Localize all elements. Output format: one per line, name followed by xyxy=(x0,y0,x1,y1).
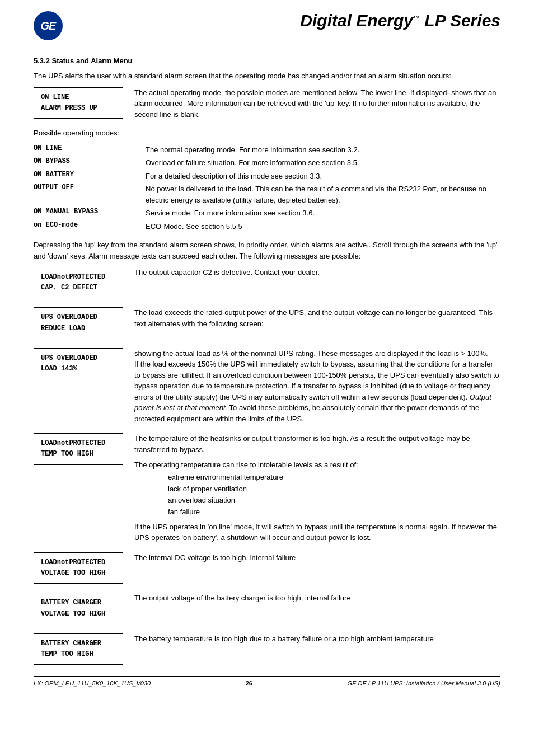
mode-key-output-off: OUTPUT OFF xyxy=(34,184,146,205)
alarm-box-overloaded-load: UPS OVERLOADED LOAD 143% xyxy=(34,348,123,379)
alarm-box-battery-charger-voltage: BATTERY CHARGER VOLTAGE TOO HIGH xyxy=(34,593,123,624)
alarm-box-voltage-too-high: LOADnotPROTECTED VOLTAGE TOO HIGH xyxy=(34,552,123,584)
mode-val-output-off: No power is delivered to the load. This … xyxy=(146,184,500,205)
logo-text: GE xyxy=(41,20,56,32)
alarm-temp-extra: The operating temperature can rise to in… xyxy=(134,459,500,471)
mode-key-bypass: ON BYPASS xyxy=(34,157,146,168)
alarm-battery-charger-temp: BATTERY CHARGER TEMP TOO HIGH The batter… xyxy=(34,633,500,665)
mode-key-battery: ON BATTERY xyxy=(34,171,146,182)
alarm-desc-battery-charger-voltage: The output voltage of the battery charge… xyxy=(134,593,500,604)
section-title: 5.3.2 Status and Alarm Menu xyxy=(34,57,500,65)
mode-key-manual-bypass: ON MANUAL BYPASS xyxy=(34,208,146,219)
brand-title: Digital Energy™ LP Series xyxy=(300,11,500,30)
mode-row-output-off: OUTPUT OFF No power is delivered to the … xyxy=(34,184,500,205)
alarm-intro: Depressing the 'up' key from the standar… xyxy=(34,240,500,261)
intro-alarm-box: ON LINE ALARM PRESS UP xyxy=(34,87,123,119)
page: GE Digital Energy™ LP Series 5.3.2 Statu… xyxy=(0,0,534,756)
series-name: LP Series xyxy=(420,11,500,30)
footer-right: GE DE LP 11U UPS: Installation / User Ma… xyxy=(348,680,500,687)
mode-val-manual-bypass: Service mode. For more information see s… xyxy=(146,208,500,219)
intro-paragraph: The UPS alerts the user with a standard … xyxy=(34,71,500,82)
mode-key-online: ON LINE xyxy=(34,144,146,156)
ge-logo: GE xyxy=(34,11,63,40)
mode-val-bypass: Overload or failure situation. For more … xyxy=(146,157,500,168)
bullet-ventilation: lack of proper ventilation xyxy=(168,483,500,495)
alarm-desc-voltage-too-high: The internal DC voltage is too high, int… xyxy=(134,552,500,564)
alarm-desc-battery-charger-temp: The battery temperature is too high due … xyxy=(134,633,500,645)
alarm-box-overloaded-reduce: UPS OVERLOADED REDUCE LOAD xyxy=(34,307,123,339)
footer-page-number: 26 xyxy=(246,680,252,687)
alarm-box-battery-charger-temp: BATTERY CHARGER TEMP TOO HIGH xyxy=(34,633,123,665)
mode-val-eco: ECO-Mode. See section 5.5.5 xyxy=(146,221,500,232)
bullet-fan-failure: fan failure xyxy=(168,506,500,518)
alarm-box-cap-defect: LOADnotPROTECTED CAP. C2 DEFECT xyxy=(34,267,123,298)
mode-row-manual-bypass: ON MANUAL BYPASS Service mode. For more … xyxy=(34,208,500,219)
alarm-temp-tail: If the UPS operates in 'on line' mode, i… xyxy=(134,522,500,543)
alarm-cap-defect: LOADnotPROTECTED CAP. C2 DEFECT The outp… xyxy=(34,267,500,298)
brand-name: Digital Energy xyxy=(300,11,413,30)
alarm-desc-overloaded-reduce: The load exceeds the rated output power … xyxy=(134,307,500,329)
mode-row-online: ON LINE The normal operating mode. For m… xyxy=(34,144,500,156)
mode-val-online: The normal operating mode. For more info… xyxy=(146,144,500,156)
alarm-battery-charger-voltage: BATTERY CHARGER VOLTAGE TOO HIGH The out… xyxy=(34,593,500,624)
mode-row-battery: ON BATTERY For a detailed description of… xyxy=(34,171,500,182)
alarm-temp-too-high: LOADnotPROTECTED TEMP TOO HIGH The tempe… xyxy=(34,433,500,543)
trademark: ™ xyxy=(413,14,420,22)
intro-alarm-layout: ON LINE ALARM PRESS UP The actual operat… xyxy=(34,87,500,120)
footer-left: LX: OPM_LPU_11U_5K0_10K_1US_V030 xyxy=(34,680,151,687)
alarm-temp-main: The temperature of the heatsinks or outp… xyxy=(134,433,500,455)
intro-alarm-desc: The actual operating mode, the possible … xyxy=(134,87,500,120)
alarm-desc-overloaded-load: showing the actual load as % of the nomi… xyxy=(134,348,500,425)
alarm-desc-cap-defect: The output capacitor C2 is defective. Co… xyxy=(134,267,500,278)
page-header: GE Digital Energy™ LP Series xyxy=(34,11,500,46)
bullet-overload: an overload situation xyxy=(168,495,500,506)
mode-val-battery: For a detailed description of this mode … xyxy=(146,171,500,182)
alarm-box-temp-too-high: LOADnotPROTECTED TEMP TOO HIGH xyxy=(34,433,123,464)
bullet-env-temp: extreme environmental temperature xyxy=(168,472,500,483)
mode-key-eco: on ECO‑mode xyxy=(34,221,146,232)
modes-table: Possible operating modes: ON LINE The no… xyxy=(34,128,500,232)
mode-row-eco: on ECO‑mode ECO-Mode. See section 5.5.5 xyxy=(34,221,500,232)
mode-row-bypass: ON BYPASS Overload or failure situation.… xyxy=(34,157,500,168)
alarm-voltage-too-high: LOADnotPROTECTED VOLTAGE TOO HIGH The in… xyxy=(34,552,500,584)
page-footer: LX: OPM_LPU_11U_5K0_10K_1US_V030 26 GE D… xyxy=(34,676,500,687)
alarm-overloaded-load: UPS OVERLOADED LOAD 143% showing the act… xyxy=(34,348,500,425)
alarm-desc-temp-too-high: The temperature of the heatsinks or outp… xyxy=(134,433,500,543)
alarm-overloaded-reduce: UPS OVERLOADED REDUCE LOAD The load exce… xyxy=(34,307,500,339)
modes-header: Possible operating modes: xyxy=(34,128,500,139)
alarm-temp-bullets: extreme environmental temperature lack o… xyxy=(168,472,500,518)
